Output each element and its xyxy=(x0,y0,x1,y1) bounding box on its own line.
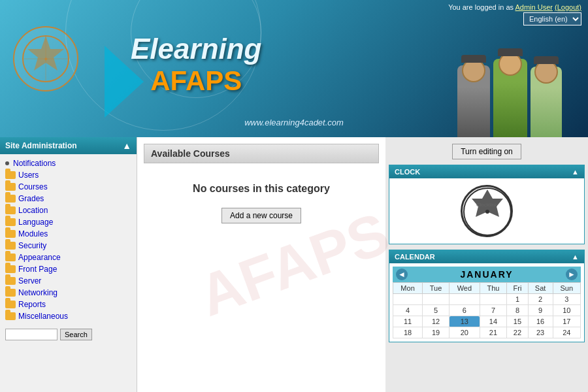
calendar-day-cell[interactable]: 16 xyxy=(528,316,553,327)
calendar-nav: ◄ JANUARY ► xyxy=(393,267,581,282)
calendar-day-cell[interactable]: 18 xyxy=(393,327,423,338)
clock-face: Clocklink xyxy=(461,185,513,237)
calendar-day-cell[interactable]: 13 xyxy=(449,316,480,327)
folder-icon xyxy=(5,206,16,214)
calendar-days-row: MonTueWedThuFriSatSun xyxy=(393,283,581,294)
folder-icon xyxy=(5,301,16,308)
sidebar-item-label: Notifications xyxy=(13,159,56,168)
calendar-day-cell[interactable]: 3 xyxy=(553,294,580,305)
sidebar-item-grades[interactable]: Grades xyxy=(5,193,131,204)
calendar-day-cell[interactable]: 2 xyxy=(528,294,553,305)
folder-icon xyxy=(5,171,16,179)
bullet-icon xyxy=(5,161,9,165)
calendar-week-row: 18192021222324 xyxy=(393,327,581,338)
clock-header: CLOCK ▲ xyxy=(389,165,584,178)
calendar-day-cell[interactable]: 24 xyxy=(553,327,580,338)
clock-label: Clocklink xyxy=(476,202,497,221)
sidebar-item-server[interactable]: Server xyxy=(5,275,131,287)
calendar-day-cell[interactable]: 11 xyxy=(393,316,423,327)
folder-icon xyxy=(5,230,16,238)
language-selector[interactable]: English (en) xyxy=(523,12,581,25)
clock-title: CLOCK xyxy=(395,168,420,176)
calendar-day-cell[interactable]: 7 xyxy=(480,305,507,316)
sidebar-item-miscellaneous[interactable]: Miscellaneous xyxy=(5,310,131,322)
calendar-week-row: 45678910 xyxy=(393,305,581,316)
calendar-day-cell[interactable]: 15 xyxy=(507,316,528,327)
sidebar-header: Site Administration ▲ xyxy=(0,137,137,154)
calendar-day-cell[interactable]: 10 xyxy=(553,305,580,316)
calendar-day-header: Fri xyxy=(507,283,528,294)
calendar-day-cell[interactable]: 22 xyxy=(507,327,528,338)
sidebar-item-label: Networking xyxy=(18,288,57,297)
calendar-day-cell xyxy=(449,294,480,305)
sidebar-item-notifications[interactable]: Notifications xyxy=(5,157,131,169)
main-layout: Site Administration ▲ Notifications User… xyxy=(0,137,588,392)
sidebar-item-reports[interactable]: Reports xyxy=(5,299,131,310)
folder-icon xyxy=(5,289,16,297)
right-panel: Turn editing on CLOCK ▲ Clocklink xyxy=(385,137,588,392)
page-header: You are logged in as Admin User (Logout)… xyxy=(0,0,588,137)
sidebar-collapse-btn[interactable]: ▲ xyxy=(122,140,131,151)
sidebar-title: Site Administration xyxy=(5,141,77,150)
center-content: Available Courses No courses in this cat… xyxy=(137,137,385,392)
calendar-month: JANUARY xyxy=(460,269,513,280)
calendar-collapse-icon[interactable]: ▲ xyxy=(572,253,579,261)
calendar-next-button[interactable]: ► xyxy=(566,269,578,280)
sidebar-item-location[interactable]: Location xyxy=(5,204,131,216)
user-name-link[interactable]: Admin User xyxy=(515,3,552,11)
sidebar-item-label: Appearance xyxy=(18,253,61,262)
calendar-day-cell[interactable]: 6 xyxy=(449,305,480,316)
sidebar-item-label: Security xyxy=(18,241,46,250)
calendar-day-cell xyxy=(423,294,449,305)
sidebar-item-security[interactable]: Security xyxy=(5,240,131,252)
sidebar-item-modules[interactable]: Modules xyxy=(5,228,131,240)
add-course-button[interactable]: Add a new course xyxy=(221,208,301,223)
folder-icon xyxy=(5,195,16,203)
sidebar-item-users[interactable]: Users xyxy=(5,169,131,181)
sidebar-item-label: Location xyxy=(18,206,48,215)
calendar-day-cell[interactable]: 8 xyxy=(507,305,528,316)
folder-icon xyxy=(5,183,16,191)
calendar-day-cell[interactable]: 5 xyxy=(423,305,449,316)
calendar-day-cell[interactable]: 4 xyxy=(393,305,423,316)
sidebar-item-label: Courses xyxy=(18,182,48,191)
sidebar-item-courses[interactable]: Courses xyxy=(5,181,131,193)
calendar-day-header: Sun xyxy=(553,283,580,294)
search-button[interactable]: Search xyxy=(60,329,92,340)
folder-icon xyxy=(5,312,16,320)
calendar-day-cell[interactable]: 20 xyxy=(449,327,480,338)
calendar-day-cell[interactable]: 1 xyxy=(507,294,528,305)
sidebar-item-language[interactable]: Language xyxy=(5,216,131,228)
sidebar-item-networking[interactable]: Networking xyxy=(5,287,131,299)
calendar-header: CALENDAR ▲ xyxy=(389,250,584,263)
calendar-day-cell[interactable]: 19 xyxy=(423,327,449,338)
site-title: Elearning AFAPS xyxy=(131,33,262,97)
turn-editing-button[interactable]: Turn editing on xyxy=(452,144,521,159)
calendar-prev-button[interactable]: ◄ xyxy=(396,269,408,280)
logout-link[interactable]: (Logout) xyxy=(555,3,581,11)
calendar-day-cell[interactable]: 9 xyxy=(528,305,553,316)
no-courses-message: No courses in this category xyxy=(144,183,379,195)
header-characters xyxy=(444,33,575,137)
search-input[interactable] xyxy=(5,329,57,340)
clock-collapse-icon[interactable]: ▲ xyxy=(572,168,579,176)
sidebar-item-appearance[interactable]: Appearance xyxy=(5,252,131,263)
sidebar-nav: Notifications Users Courses Grades Locat… xyxy=(0,154,137,325)
calendar-weeks-body: 123456789101112131415161718192021222324 xyxy=(393,294,581,338)
folder-icon xyxy=(5,242,16,250)
calendar-day-cell[interactable]: 17 xyxy=(553,316,580,327)
sidebar-item-frontpage[interactable]: Front Page xyxy=(5,263,131,275)
calendar-day-header: Sat xyxy=(528,283,553,294)
afaps-title: AFAPS xyxy=(131,65,262,97)
available-courses-header: Available Courses xyxy=(144,144,379,163)
sidebar-item-label: Miscellaneous xyxy=(18,312,68,321)
folder-icon xyxy=(5,253,16,261)
sidebar-item-label: Grades xyxy=(18,194,44,203)
sidebar-item-label: Users xyxy=(18,171,39,180)
calendar-day-cell[interactable]: 21 xyxy=(480,327,507,338)
calendar-day-cell[interactable]: 14 xyxy=(480,316,507,327)
folder-icon xyxy=(5,277,16,285)
calendar-day-cell[interactable]: 23 xyxy=(528,327,553,338)
sidebar-item-label: Reports xyxy=(18,300,46,309)
calendar-day-cell[interactable]: 12 xyxy=(423,316,449,327)
